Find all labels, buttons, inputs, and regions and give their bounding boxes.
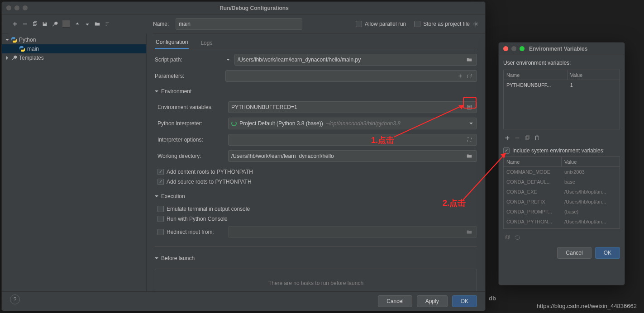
chevron-right-icon[interactable] xyxy=(6,56,10,60)
col-name-header[interactable]: Name xyxy=(504,157,562,166)
execution-section[interactable]: Execution xyxy=(155,193,477,199)
chevron-down-icon[interactable] xyxy=(155,90,158,94)
checkbox-icon[interactable] xyxy=(414,21,420,27)
watermark: https://blog.csdn.net/weixin_44836662 xyxy=(537,303,637,309)
tree-python-node[interactable]: Python xyxy=(2,35,146,44)
before-launch-section[interactable]: Before launch xyxy=(155,255,477,261)
python-console-checkbox[interactable]: Run with Python Console xyxy=(157,216,477,222)
chevron-down-icon[interactable] xyxy=(469,123,473,126)
svg-rect-2 xyxy=(43,22,45,24)
interp-options-field[interactable] xyxy=(231,137,465,143)
tree-main-node[interactable]: main xyxy=(2,44,146,53)
include-system-checkbox[interactable]: Include system environment variables: xyxy=(503,147,620,154)
redirect-input-field xyxy=(228,226,477,238)
checkbox-checked-icon[interactable] xyxy=(503,147,510,154)
env-vars-browse-icon[interactable] xyxy=(465,104,474,110)
svg-point-3 xyxy=(475,23,477,25)
checkbox-icon[interactable] xyxy=(157,206,164,212)
col-value-header[interactable]: Value xyxy=(562,157,620,166)
store-as-project-file-checkbox[interactable]: Store as project file xyxy=(414,21,470,27)
parameters-field[interactable] xyxy=(229,73,456,79)
help-button[interactable]: ? xyxy=(10,294,20,304)
allow-parallel-checkbox[interactable]: Allow parallel run xyxy=(356,21,406,27)
env-dialog-title: Environment Variables xyxy=(525,46,620,52)
tab-logs[interactable]: Logs xyxy=(200,40,213,49)
dialog-title: Run/Debug Configurations xyxy=(28,5,481,11)
cancel-button[interactable]: Cancel xyxy=(378,295,412,307)
chevron-down-icon[interactable] xyxy=(5,39,9,43)
copy-config-button[interactable] xyxy=(32,21,38,27)
checkbox-icon[interactable] xyxy=(157,229,164,235)
folder-icon xyxy=(465,229,474,235)
folder-icon[interactable] xyxy=(465,57,474,63)
checkbox-icon[interactable] xyxy=(356,21,362,27)
wrench-dropdown-button[interactable] xyxy=(52,21,58,27)
environment-section[interactable]: Environment xyxy=(155,88,477,95)
user-env-table[interactable]: Name Value PYTHONUNBUFF...1 xyxy=(503,70,620,129)
env-vars-input[interactable] xyxy=(228,101,477,113)
script-path-dropdown-icon[interactable] xyxy=(225,58,231,62)
tab-configuration[interactable]: Configuration xyxy=(155,39,189,49)
env-titlebar[interactable]: Environment Variables xyxy=(499,43,625,55)
working-dir-field[interactable] xyxy=(231,153,465,159)
remove-config-button[interactable] xyxy=(22,21,28,27)
redirect-input-checkbox[interactable]: Redirect input from: xyxy=(157,229,228,235)
tree-templates-node[interactable]: Templates xyxy=(2,53,146,62)
interpreter-select[interactable]: Project Default (Python 3.8 (base)) ~/op… xyxy=(228,118,477,129)
checkbox-icon[interactable] xyxy=(157,216,164,222)
folder-button[interactable] xyxy=(94,21,100,27)
env-vars-field[interactable] xyxy=(231,104,465,110)
cell-value: /Users/lhb/opt/an... xyxy=(562,217,620,227)
cell-name[interactable]: PYTHONUNBUFF... xyxy=(504,80,568,90)
content-roots-checkbox[interactable]: Add content roots to PYTHONPATH xyxy=(157,169,477,175)
chevron-down-icon[interactable] xyxy=(155,257,158,261)
apply-button[interactable]: Apply xyxy=(417,295,448,307)
add-config-button[interactable] xyxy=(12,21,18,27)
expand-icon[interactable] xyxy=(465,137,474,143)
plus-icon[interactable] xyxy=(456,73,465,79)
working-dir-input[interactable] xyxy=(228,150,477,162)
no-tasks-text: There are no tasks to run before launch xyxy=(268,280,363,286)
interp-options-input[interactable] xyxy=(228,134,477,146)
move-down-button[interactable] xyxy=(84,21,91,27)
expand-icon[interactable] xyxy=(465,73,474,79)
svg-rect-1 xyxy=(34,21,37,24)
script-path-field[interactable] xyxy=(238,57,465,63)
parameters-input[interactable] xyxy=(225,70,477,82)
system-env-table[interactable]: Name Value COMMAND_MODEunix2003CONDA_DEF… xyxy=(503,156,620,229)
env-variables-dialog: Environment Variables User environment v… xyxy=(498,42,625,285)
checkbox-checked-icon[interactable] xyxy=(157,169,164,175)
col-value-header[interactable]: Value xyxy=(568,70,620,80)
ok-button[interactable]: OK xyxy=(452,295,477,307)
col-name-header[interactable]: Name xyxy=(504,70,568,80)
source-roots-checkbox[interactable]: Add source roots to PYTHONPATH xyxy=(157,179,477,185)
move-up-button[interactable] xyxy=(74,21,81,27)
environment-section-label: Environment xyxy=(161,88,191,95)
cell-value: /Users/lhb/opt/an... xyxy=(562,187,620,197)
titlebar[interactable]: Run/Debug Configurations xyxy=(2,2,485,14)
folder-icon[interactable] xyxy=(465,153,474,159)
gear-icon[interactable] xyxy=(472,21,479,27)
cell-value: /Users/lhb/opt/an... xyxy=(562,197,620,207)
save-config-button[interactable] xyxy=(42,21,48,27)
window-close-icon[interactable] xyxy=(6,5,11,10)
chevron-down-icon[interactable] xyxy=(155,195,158,199)
cell-value[interactable]: 1 xyxy=(568,80,620,90)
loading-spinner-icon xyxy=(231,121,237,126)
name-input-field[interactable] xyxy=(179,21,299,27)
checkbox-checked-icon[interactable] xyxy=(157,179,164,185)
emulate-terminal-checkbox[interactable]: Emulate terminal in output console xyxy=(157,206,477,212)
script-path-input[interactable] xyxy=(234,54,477,66)
name-input[interactable] xyxy=(176,18,302,30)
window-close-icon[interactable] xyxy=(503,46,508,51)
env-cancel-button[interactable]: Cancel xyxy=(557,247,591,259)
cell-value: base xyxy=(562,177,620,187)
config-tree[interactable]: Python main Templates xyxy=(2,33,146,64)
add-env-button[interactable] xyxy=(504,135,510,141)
table-row[interactable]: PYTHONUNBUFF...1 xyxy=(504,80,620,90)
table-row: CONDA_PYTHON.../Users/lhb/opt/an... xyxy=(504,217,620,227)
table-row: CONDA_EXE/Users/lhb/opt/an... xyxy=(504,187,620,197)
paste-env-button[interactable] xyxy=(534,135,540,141)
config-panel: Configuration Logs Script path: Paramete… xyxy=(147,33,485,291)
env-ok-button[interactable]: OK xyxy=(595,247,620,259)
